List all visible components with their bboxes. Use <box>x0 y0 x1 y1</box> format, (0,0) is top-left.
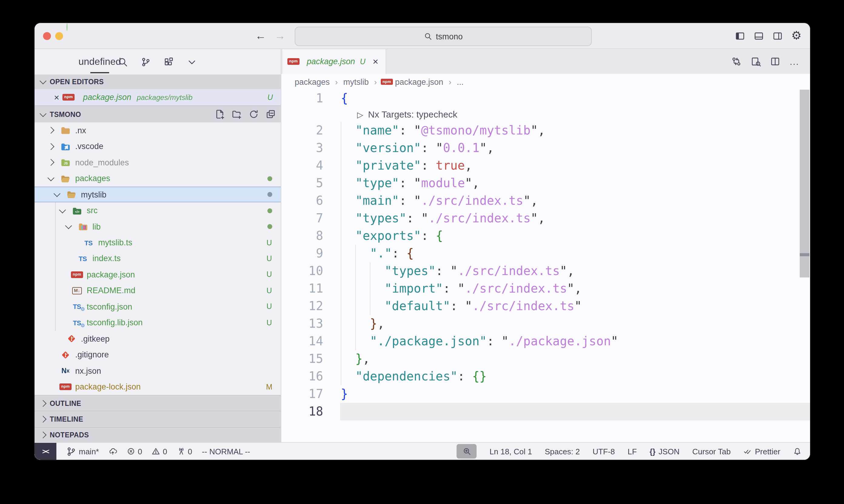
open-changes-icon[interactable] <box>731 56 742 67</box>
open-preview-icon[interactable] <box>751 56 761 67</box>
status-cursor-position[interactable]: Ln 18, Col 1 <box>489 447 532 456</box>
new-folder-icon[interactable] <box>231 109 242 119</box>
settings-gear-icon[interactable]: ⚙ <box>791 30 802 42</box>
status-language[interactable]: {}JSON <box>650 447 680 456</box>
code-editor[interactable]: 1{▷Nx Targets: typecheck2 "name": "@tsmo… <box>281 90 810 442</box>
tree-item-README.md[interactable]: M↓README.mdU <box>35 283 281 299</box>
tab-title: package.json <box>307 57 355 66</box>
code-line-6[interactable]: 6 "main": "./src/index.ts", <box>281 192 810 210</box>
breadcrumb-item[interactable]: npmpackage.json <box>382 77 443 87</box>
status-notifications[interactable] <box>793 447 802 455</box>
tree-item-src[interactable]: </>src <box>35 203 281 219</box>
npm-icon: npm <box>382 77 391 87</box>
code-line-4[interactable]: 4 "private": true, <box>281 157 810 175</box>
markdown-icon: M↓ <box>71 286 83 295</box>
status-ports[interactable]: 0 <box>177 447 192 456</box>
navigate-forward-button[interactable]: → <box>273 28 287 43</box>
collapse-all-icon[interactable] <box>265 109 276 119</box>
tree-item-label: mytslib.ts <box>98 238 133 247</box>
code-line-10[interactable]: 10 "types": "./src/index.ts", <box>281 262 810 280</box>
status-formatter[interactable]: Prettier <box>743 447 780 456</box>
activity-explorer-icon[interactable]: undefined <box>93 55 107 69</box>
breadcrumb-item[interactable]: packages <box>295 77 330 86</box>
codelens-nx-targets[interactable]: ▷Nx Targets: typecheck <box>281 107 810 122</box>
status-branch[interactable]: main* <box>66 446 99 456</box>
tree-item-nx.json[interactable]: Nxnx.json <box>35 363 281 379</box>
code-line-7[interactable]: 7 "types": "./src/index.ts", <box>281 210 810 227</box>
code-line-8[interactable]: 8 "exports": { <box>281 227 810 245</box>
command-center-search[interactable]: tsmono <box>295 26 592 46</box>
breadcrumb-separator: › <box>335 77 338 86</box>
code-line-18[interactable]: 18 <box>281 403 810 420</box>
minimize-window-button[interactable] <box>55 32 63 40</box>
status-warnings[interactable]: 0 <box>152 447 167 456</box>
status-vim-mode[interactable]: -- NORMAL -- <box>202 447 250 456</box>
editor-group: npm package.json U × ... packages›mytsli… <box>281 49 810 442</box>
remote-indicator[interactable]: >< <box>35 443 56 460</box>
activity-more-icon[interactable] <box>185 55 199 69</box>
code-line-2[interactable]: 2 "name": "@tsmono/mytslib", <box>281 122 810 139</box>
tree-item-mytslib.ts[interactable]: TSmytslib.tsU <box>35 235 281 251</box>
code-line-16[interactable]: 16 "dependencies": {} <box>281 368 810 385</box>
layout-sidebar-right-icon[interactable] <box>773 31 783 41</box>
tree-item-.gitkeep[interactable]: .gitkeep <box>35 331 281 347</box>
status-indentation[interactable]: Spaces: 2 <box>545 447 580 456</box>
open-editors-header[interactable]: OPEN EDITORS <box>35 74 281 89</box>
code-line-1[interactable]: 1{ <box>281 90 810 107</box>
status-sync[interactable] <box>109 447 117 455</box>
code-line-15[interactable]: 15 }, <box>281 350 810 368</box>
activity-source-control-icon[interactable] <box>139 55 153 69</box>
layout-sidebar-left-icon[interactable] <box>735 31 745 41</box>
tab-package-json[interactable]: npm package.json U × <box>282 49 386 74</box>
tree-item-tsconfig.json[interactable]: TS⚙tsconfig.jsonU <box>35 299 281 315</box>
tree-item-tsconfig.lib.json[interactable]: TS⚙tsconfig.lib.jsonU <box>35 315 281 331</box>
breadcrumb-item[interactable]: mytslib <box>343 77 369 86</box>
code-line-17[interactable]: 17} <box>281 385 810 403</box>
refresh-icon[interactable] <box>248 109 259 119</box>
navigate-back-button[interactable]: ← <box>254 28 268 43</box>
tree-item-packages[interactable]: packages <box>35 170 281 186</box>
open-editor-item[interactable]: ×npmpackage.jsonpackages/mytslibU <box>35 89 281 105</box>
tree-item-package-lock.json[interactable]: npmpackage-lock.jsonM <box>35 379 281 395</box>
code-line-3[interactable]: 3 "version": "0.0.1", <box>281 139 810 157</box>
tree-item-package.json[interactable]: npmpackage.jsonU <box>35 267 281 283</box>
explorer-section-header[interactable]: TSMONO <box>35 105 281 122</box>
code-line-14[interactable]: 14 "./package.json": "./package.json" <box>281 332 810 350</box>
code-line-12[interactable]: 12 "default": "./src/index.ts" <box>281 298 810 315</box>
folder-status-dot <box>268 176 272 181</box>
split-editor-icon[interactable] <box>770 56 781 67</box>
error-icon <box>127 447 136 455</box>
activity-extensions-icon[interactable] <box>162 55 176 69</box>
layout-panel-bottom-icon[interactable] <box>754 31 764 41</box>
status-eol[interactable]: LF <box>627 447 637 456</box>
status-encoding[interactable]: UTF-8 <box>593 447 615 456</box>
activity-search-icon[interactable] <box>116 55 130 69</box>
panel-outline[interactable]: OUTLINE <box>35 395 281 411</box>
tree-item-.vscode[interactable]: .vscode <box>35 139 281 155</box>
code-line-13[interactable]: 13 }, <box>281 315 810 332</box>
tree-item-.nx[interactable]: .nx <box>35 122 281 139</box>
tree-item-node_modules[interactable]: JSnode_modules <box>35 155 281 170</box>
close-window-button[interactable] <box>43 32 51 40</box>
close-tab-icon[interactable]: × <box>373 56 378 67</box>
close-icon[interactable]: × <box>54 92 63 102</box>
line-number: 12 <box>281 298 323 315</box>
new-file-icon[interactable] <box>214 109 225 119</box>
panel-timeline[interactable]: TIMELINE <box>35 411 281 427</box>
tree-item-index.ts[interactable]: TSindex.tsU <box>35 251 281 267</box>
code-line-11[interactable]: 11 "import": "./src/index.ts", <box>281 280 810 298</box>
code-line-9[interactable]: 9 ".": { <box>281 245 810 262</box>
tree-item-mytslib[interactable]: mytslib <box>35 186 281 203</box>
status-zoom-indicator[interactable] <box>457 444 477 458</box>
tree-item-lib[interactable]: lib <box>35 219 281 235</box>
panel-notepads[interactable]: NOTEPADS <box>35 427 281 443</box>
tree-item-.gitignore[interactable]: .gitignore <box>35 347 281 363</box>
status-errors[interactable]: 0 <box>127 447 142 456</box>
search-icon <box>424 32 432 41</box>
breadcrumb-item[interactable]: ... <box>457 77 464 86</box>
status-cursor-tab[interactable]: Cursor Tab <box>692 447 731 456</box>
scrollbar-thumb[interactable] <box>800 90 809 277</box>
zoom-window-button[interactable] <box>67 23 67 31</box>
code-line-5[interactable]: 5 "type": "module", <box>281 175 810 192</box>
more-actions-icon[interactable]: ... <box>790 56 799 67</box>
